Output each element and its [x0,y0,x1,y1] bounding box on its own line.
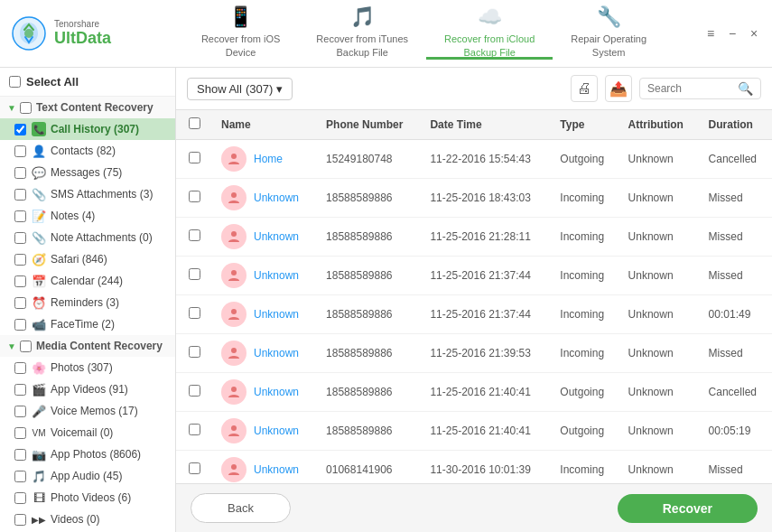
row-type: Incoming [551,334,619,373]
col-attribution: Attribution [619,110,700,140]
safari-checkbox[interactable] [14,254,26,266]
row-attribution: Unknown [619,412,700,451]
note-attachments-checkbox[interactable] [14,232,26,244]
row-checkbox[interactable] [189,424,200,435]
section-media-header[interactable]: ▼ Media Content Recovery [0,335,175,357]
select-all-checkbox[interactable] [9,76,21,88]
sidebar-item-videos[interactable]: ▶▶ Videos (0) [0,509,175,530]
sidebar-item-sms-attachments[interactable]: 📎 SMS Attachments (3) [0,183,175,205]
sidebar-item-contacts[interactable]: 👤 Contacts (82) [0,140,175,162]
sidebar-item-facetime[interactable]: 📹 FaceTime (2) [0,313,175,335]
voice-memos-checkbox[interactable] [14,406,26,417]
tab-ios[interactable]: 📱 Recover from iOSDevice [183,7,298,60]
show-all-count: (307) [246,82,273,96]
notes-checkbox[interactable] [14,210,26,222]
section-text-header[interactable]: ▼ Text Content Recovery [0,97,175,118]
row-checkbox-cell[interactable] [176,334,212,373]
table-row: Unknown 18588589886 11-25-2016 21:28:11 … [176,218,772,257]
sidebar-item-voice-memos[interactable]: 🎤 Voice Memos (17) [0,400,175,422]
photo-videos-checkbox[interactable] [14,492,26,504]
sidebar-item-app-photos[interactable]: 📷 App Photos (8606) [0,443,175,465]
row-duration: Missed [700,179,772,218]
row-checkbox[interactable] [189,462,200,474]
row-attribution: Unknown [619,179,700,218]
voice-memos-label: Voice Memos (17) [51,405,168,417]
messages-checkbox[interactable] [14,167,26,179]
row-checkbox[interactable] [189,191,200,202]
select-all-row[interactable]: Select All [0,68,175,97]
sidebar-item-note-attachments[interactable]: 📎 Note Attachments (0) [0,227,175,248]
row-checkbox-cell[interactable] [176,373,212,412]
svg-point-7 [231,348,237,353]
sms-attachments-checkbox[interactable] [14,189,26,201]
app-videos-label: App Videos (91) [51,383,168,396]
show-all-button[interactable]: Show All (307) ▾ [187,78,293,100]
row-checkbox-cell[interactable] [176,451,212,484]
section-media-checkbox[interactable] [20,341,32,352]
recover-button[interactable]: Recover [618,494,758,523]
calendar-checkbox[interactable] [14,275,26,287]
videos-checkbox[interactable] [14,514,26,526]
row-checkbox-cell[interactable] [176,179,212,218]
row-duration: Cancelled [700,373,772,412]
row-checkbox[interactable] [189,268,200,280]
row-checkbox[interactable] [189,307,200,319]
print-button[interactable]: 🖨 [571,75,598,102]
row-name-cell: Home [212,140,317,179]
close-button[interactable]: × [747,26,761,41]
row-checkbox[interactable] [189,229,200,241]
sidebar-item-calendar[interactable]: 📅 Calendar (244) [0,270,175,292]
sidebar-item-photo-videos[interactable]: 🎞 Photo Videos (6) [0,487,175,509]
minimize-button[interactable]: − [725,26,739,41]
row-checkbox-cell[interactable] [176,218,212,257]
row-phone: 18588589886 [317,257,421,295]
voicemail-checkbox[interactable] [14,427,26,439]
row-checkbox[interactable] [189,346,200,358]
row-datetime: 11-25-2016 21:37:44 [421,295,551,334]
sidebar-item-photos[interactable]: 🌸 Photos (307) [0,357,175,378]
sidebar-item-notes[interactable]: 📝 Notes (4) [0,205,175,227]
export-button[interactable]: 📤 [605,75,632,102]
row-phone: 18588589886 [317,334,421,373]
photos-checkbox[interactable] [14,362,26,374]
sidebar-item-app-videos[interactable]: 🎬 App Videos (91) [0,378,175,400]
sidebar-item-call-history[interactable]: 📞 Call History (307) [0,118,175,140]
sidebar-item-messages[interactable]: 💬 Messages (75) [0,162,175,183]
section-text-checkbox[interactable] [20,102,32,114]
row-attribution: Unknown [619,140,700,179]
search-input[interactable] [647,82,738,95]
facetime-checkbox[interactable] [14,319,26,331]
tab-repair[interactable]: 🔧 Repair OperatingSystem [553,7,665,60]
row-checkbox-cell[interactable] [176,412,212,451]
back-button[interactable]: Back [191,493,291,523]
row-checkbox[interactable] [189,385,200,397]
app-videos-checkbox[interactable] [14,384,26,396]
reminders-checkbox[interactable] [14,297,26,309]
sidebar-item-reminders[interactable]: ⏰ Reminders (3) [0,292,175,313]
row-datetime: 11-25-2016 21:40:41 [421,412,551,451]
svg-point-8 [231,387,237,392]
row-checkbox-cell[interactable] [176,140,212,179]
tab-icloud[interactable]: ☁️ Recover from iCloudBackup File [426,7,553,60]
app-photos-checkbox[interactable] [14,449,26,461]
tab-itunes[interactable]: 🎵 Recover from iTunesBackup File [298,7,426,60]
ios-icon: 📱 [228,5,253,29]
logo-name: UltData [54,29,111,48]
select-all-table-checkbox[interactable] [189,117,200,129]
contacts-checkbox[interactable] [14,145,26,157]
col-duration: Duration [700,110,772,140]
sidebar-item-app-audio[interactable]: 🎵 App Audio (45) [0,465,175,487]
row-checkbox-cell[interactable] [176,257,212,295]
row-checkbox[interactable] [189,152,200,163]
menu-button[interactable]: ≡ [703,26,718,41]
call-history-checkbox[interactable] [14,124,26,135]
app-audio-checkbox[interactable] [14,471,26,482]
photos-icon: 🌸 [32,360,46,375]
row-checkbox-cell[interactable] [176,295,212,334]
row-duration: Cancelled [700,140,772,179]
sidebar-item-safari[interactable]: 🧭 Safari (846) [0,248,175,270]
facetime-icon: 📹 [32,317,46,331]
row-phone: 18588589886 [317,179,421,218]
sidebar-item-voicemail[interactable]: VM Voicemail (0) [0,422,175,443]
row-type: Incoming [551,179,619,218]
